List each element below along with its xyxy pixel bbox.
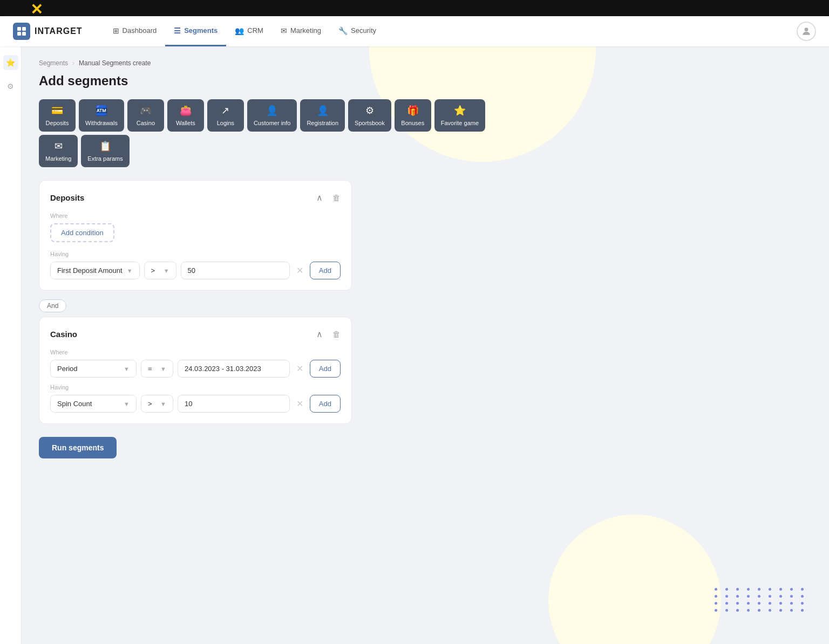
deposits-having-value-input[interactable] (181, 262, 290, 279)
casino-having-label: Having (50, 384, 341, 390)
marketing-nav-icon: ✉ (281, 26, 287, 35)
dashboard-icon: ⊞ (113, 26, 119, 35)
cat-btn-casino[interactable]: 🎮 Casino (127, 99, 164, 132)
deposits-where-label: Where (50, 213, 341, 219)
svg-point-4 (805, 28, 808, 31)
casino-having-field-chevron-icon: ▼ (124, 401, 130, 407)
sidebar-star-icon[interactable]: ⭐ (3, 55, 18, 70)
close-icon[interactable]: ✕ (30, 2, 43, 17)
casino-having-operator-select[interactable]: > ▼ (141, 395, 173, 413)
logo-text: INTARGET (35, 26, 83, 36)
breadcrumb-current: Manual Segments create (79, 59, 151, 67)
nav-logo: INTARGET (13, 23, 83, 40)
bonuses-icon: 🎁 (407, 105, 419, 117)
nav-item-segments[interactable]: ☰ Segments (165, 16, 226, 46)
deposits-having-add-button[interactable]: Add (310, 262, 341, 279)
crm-icon: 👥 (235, 26, 244, 35)
deposits-having-clear-button[interactable]: ✕ (294, 263, 305, 278)
svg-rect-3 (22, 32, 26, 36)
favorite-game-icon: ⭐ (454, 105, 466, 117)
deposits-delete-button[interactable]: 🗑 (332, 193, 341, 202)
deposits-block: Deposits ∧ 🗑 Where Add condition Having … (39, 180, 352, 291)
sidebar: ⭐ ⚙ (0, 46, 22, 644)
cat-btn-extra-params[interactable]: 📋 Extra params (81, 135, 129, 167)
deposits-icon: 💳 (51, 105, 63, 117)
extra-params-icon: 📋 (99, 140, 111, 152)
registration-icon: 👤 (317, 105, 329, 117)
deposits-having-operator-select[interactable]: > ▼ (144, 262, 176, 279)
page-title: Add segments (39, 73, 490, 88)
casino-where-operator-select[interactable]: = ▼ (141, 360, 173, 378)
cat-btn-sportsbook[interactable]: ⚙ Sportsbook (348, 99, 391, 132)
casino-icon: 🎮 (140, 105, 152, 117)
add-condition-button[interactable]: Add condition (50, 223, 114, 242)
deposits-block-title: Deposits (50, 193, 84, 202)
sportsbook-icon: ⚙ (365, 105, 374, 117)
sidebar-settings-icon[interactable]: ⚙ (3, 79, 18, 94)
cat-btn-marketing[interactable]: ✉ Marketing (39, 135, 78, 167)
customer-info-icon: 👤 (266, 105, 278, 117)
deposits-block-header: Deposits ∧ 🗑 (50, 191, 341, 204)
casino-where-add-button[interactable]: Add (310, 360, 341, 378)
logins-icon: ↗ (221, 105, 229, 117)
cat-btn-bonuses[interactable]: 🎁 Bonuses (395, 99, 431, 132)
casino-having-row: Spin Count ▼ > ▼ ✕ Add (50, 395, 341, 413)
casino-block-header: Casino ∧ 🗑 (50, 328, 341, 340)
casino-having-add-button[interactable]: Add (310, 395, 341, 413)
cat-btn-wallets[interactable]: 👛 Wallets (167, 99, 204, 132)
deposits-block-actions: ∧ 🗑 (313, 191, 341, 204)
casino-where-clear-button[interactable]: ✕ (294, 361, 305, 376)
casino-delete-button[interactable]: 🗑 (332, 330, 341, 339)
nav-item-marketing[interactable]: ✉ Marketing (272, 16, 330, 46)
svg-rect-0 (17, 27, 21, 31)
wallets-icon: 👛 (180, 105, 192, 117)
deposits-having-row: First Deposit Amount ▼ > ▼ ✕ Add (50, 262, 341, 279)
and-connector: And (39, 299, 352, 312)
svg-rect-1 (22, 27, 26, 31)
deposits-collapse-button[interactable]: ∧ (313, 191, 326, 204)
cat-btn-withdrawals[interactable]: 🏧 Withdrawals (79, 99, 124, 132)
top-bar: ✕ (0, 0, 829, 16)
nav-item-security[interactable]: 🔧 Security (330, 16, 385, 46)
cat-btn-customer-info[interactable]: 👤 Customer info (247, 99, 297, 132)
casino-where-field-chevron-icon: ▼ (124, 366, 130, 372)
casino-having-operator-chevron-icon: ▼ (160, 401, 166, 407)
nav-items: ⊞ Dashboard ☰ Segments 👥 CRM ✉ Marketing… (104, 16, 797, 46)
casino-having-value-input[interactable] (178, 395, 290, 413)
cat-btn-logins[interactable]: ↗ Logins (207, 99, 244, 132)
segments-icon: ☰ (174, 26, 181, 35)
cat-btn-registration[interactable]: 👤 Registration (300, 99, 345, 132)
nav-item-crm[interactable]: 👥 CRM (226, 16, 272, 46)
deposits-having-label: Having (50, 251, 341, 257)
deposits-field-chevron-icon: ▼ (127, 268, 133, 274)
casino-where-row: Period ▼ = ▼ ✕ Add (50, 360, 341, 378)
category-buttons: 💳 Deposits 🏧 Withdrawals 🎮 Casino 👛 Wall… (39, 99, 490, 167)
and-badge[interactable]: And (39, 299, 66, 312)
breadcrumb-separator: › (72, 59, 74, 67)
casino-collapse-button[interactable]: ∧ (313, 328, 326, 340)
casino-where-value-input[interactable] (178, 360, 290, 378)
user-avatar[interactable] (797, 22, 816, 41)
cat-btn-favorite-game[interactable]: ⭐ Favorite game (434, 99, 485, 132)
casino-where-label: Where (50, 349, 341, 355)
casino-block-actions: ∧ 🗑 (313, 328, 341, 340)
casino-having-clear-button[interactable]: ✕ (294, 396, 305, 411)
casino-block-title: Casino (50, 330, 77, 339)
svg-rect-2 (17, 32, 21, 36)
deposits-having-field-select[interactable]: First Deposit Amount ▼ (50, 262, 140, 279)
cat-btn-deposits[interactable]: 💳 Deposits (39, 99, 76, 132)
breadcrumb: Segments › Manual Segments create (39, 59, 490, 67)
casino-where-operator-chevron-icon: ▼ (160, 366, 166, 372)
breadcrumb-segments-link[interactable]: Segments (39, 59, 68, 67)
casino-block: Casino ∧ 🗑 Where Period ▼ = ▼ ✕ (39, 317, 352, 424)
casino-where-field-select[interactable]: Period ▼ (50, 360, 137, 378)
main-content: Segments › Manual Segments create Add se… (22, 46, 507, 644)
withdrawals-icon: 🏧 (96, 105, 107, 117)
security-icon: 🔧 (338, 26, 348, 35)
deposits-operator-chevron-icon: ▼ (164, 268, 169, 274)
run-segments-button[interactable]: Run segments (39, 437, 117, 458)
nav-item-dashboard[interactable]: ⊞ Dashboard (104, 16, 166, 46)
marketing-cat-icon: ✉ (55, 140, 63, 152)
casino-having-field-select[interactable]: Spin Count ▼ (50, 395, 137, 413)
page-layout: ⭐ ⚙ Segments › Manual Segments create Ad… (0, 46, 829, 644)
